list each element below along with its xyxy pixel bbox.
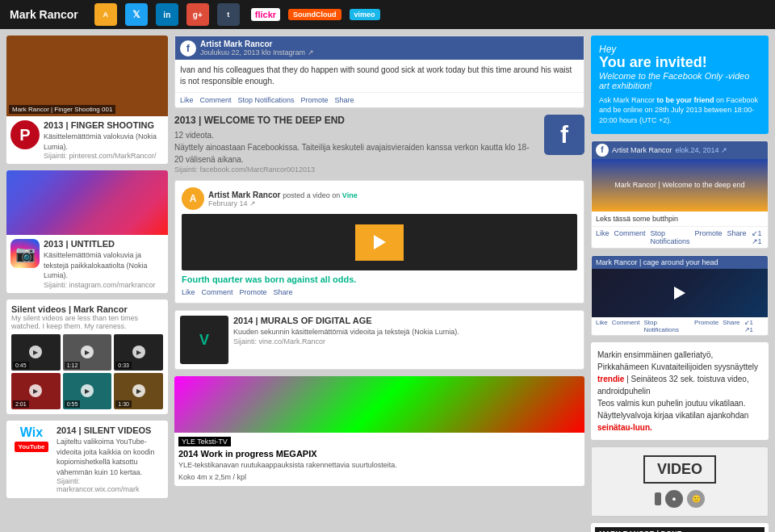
cage-promote[interactable]: Promote	[694, 319, 718, 333]
fb-like-2[interactable]: Like	[596, 229, 610, 245]
video-time-5: 0:55	[65, 400, 81, 408]
wix-card: Wix YouTube 2014 | SILENT VIDEOS Lajitel…	[6, 421, 168, 498]
video-thumb-1[interactable]: ▶ 0:45	[11, 334, 61, 371]
header: Mark Rancor A 𝕏 in g+ t flickr SoundClou…	[0, 0, 775, 29]
video-thumb-6[interactable]: ▶ 1:30	[114, 373, 163, 409]
fb-action-stop[interactable]: Stop Notifications	[238, 96, 295, 104]
vimeo-icon[interactable]: vimeo	[350, 9, 380, 20]
fb-comment-2[interactable]: Comment	[614, 229, 646, 245]
vine-like[interactable]: Like	[182, 288, 195, 296]
fb-stop-2[interactable]: Stop Notifications	[651, 229, 690, 245]
finger-shooting-card: Mark Rancor | Finger Shooting 001 P 2013…	[6, 36, 168, 164]
artist-fb-thumb: Mark Rancor | Welcome to the deep end	[592, 159, 768, 212]
instagram-icon: 📷	[10, 239, 40, 268]
silent-videos-subtitle: My silent videos are less than ten times…	[11, 314, 163, 330]
video-thumb-2[interactable]: ▶ 1:12	[63, 334, 112, 371]
welcome-views: 12 videota.	[174, 129, 538, 141]
fb-post-body: Ivan and his colleagues that they do hap…	[175, 60, 584, 92]
wix-logo: Wix YouTube	[11, 425, 52, 452]
cage-like[interactable]: Like	[596, 319, 608, 333]
instagram-title: 2013 | UNTITLED	[44, 239, 164, 249]
welcome-info: 2013 | WELCOME TO THE DEEP END 12 videot…	[174, 115, 538, 174]
instagram-thumb	[6, 170, 168, 235]
youtube-icon: YouTube	[15, 442, 48, 452]
instagram-card: 📷 2013 | UNTITLED Käsittelemättömiä valo…	[6, 170, 168, 293]
video-thumb-5[interactable]: ▶ 0:55	[63, 373, 112, 409]
cage-stop[interactable]: Stop Notifications	[643, 319, 690, 333]
cage-comment[interactable]: Comment	[612, 319, 640, 333]
vine-action: posted a video on	[283, 191, 342, 199]
artist-fb-name: Artist Mark Rancor	[612, 146, 672, 154]
fb-action-share[interactable]: Share	[335, 96, 354, 104]
invite-subtitle: Welcome to the Facebook Only -video art …	[599, 71, 760, 90]
gallery-highlight1: trendie	[597, 375, 624, 383]
video-time-1: 0:45	[13, 362, 29, 369]
wix-title: 2014 | SILENT VIDEOS	[57, 425, 163, 435]
gplus-icon[interactable]: g+	[186, 3, 209, 26]
yle-thumb	[174, 376, 584, 433]
vine-comment[interactable]: Comment	[202, 288, 233, 296]
pinterest-icon: P	[10, 120, 40, 149]
wix-info: 2014 | SILENT VIDEOS Lajiteltu valikoima…	[57, 425, 163, 493]
play-button-4[interactable]: ▶	[29, 384, 42, 397]
fb-post-actions: Like Comment Stop Notifications Promote …	[175, 92, 584, 107]
video-thumb-3[interactable]: ▶ 0:33	[114, 334, 163, 371]
fb-share-2[interactable]: Share	[727, 229, 747, 245]
icon-brand[interactable]: A	[94, 3, 117, 26]
video-time-2: 1:12	[65, 362, 81, 369]
instagram-link: Sijainti: instagram.com/markrancor	[44, 281, 164, 289]
play-button-2[interactable]: ▶	[81, 346, 94, 358]
soundcloud-icon[interactable]: SoundCloud	[288, 9, 341, 20]
fb-post-meta: Joulukuu 22, 2013 klo Instagram ↗	[200, 48, 314, 57]
artist-fb-actions: Like Comment Stop Notifications Promote …	[592, 226, 768, 248]
video-time-4: 2:01	[13, 400, 29, 408]
cage-post-header: Mark Rancor | cage around your head	[592, 256, 768, 269]
linkedin-icon[interactable]: in	[156, 3, 178, 26]
play-button-6[interactable]: ▶	[132, 384, 145, 397]
finger-shooting-info: P 2013 | FINGER SHOOTING Käsittelemättöm…	[6, 116, 168, 164]
cage-play-icon[interactable]	[674, 287, 685, 300]
flickr-icon[interactable]: flickr	[251, 8, 280, 21]
play-button-5[interactable]: ▶	[81, 384, 94, 397]
gallery-highlight2: seinätau-luun.	[597, 423, 652, 432]
video-time-6: 1:30	[115, 400, 132, 408]
ctrl-circle-2: 🙂	[687, 490, 705, 508]
gallery-text1: Markin ensimmäinen galleriatyö, Pirkkahä…	[597, 350, 758, 371]
yle-title: 2014 Work in progress MEGAPIX	[178, 449, 580, 459]
fb-action-comment[interactable]: Comment	[200, 96, 232, 104]
finger-shooting-label: Mark Rancor | Finger Shooting 001	[9, 105, 115, 114]
fb-small-icon: f	[596, 144, 609, 157]
fb-promote-2[interactable]: Promote	[695, 229, 723, 245]
top-fb-post: f Artist Mark Rancor Joulukuu 22, 2013 k…	[174, 36, 584, 108]
tumblr-icon[interactable]: t	[217, 3, 240, 26]
vine-platform: Vine	[342, 191, 358, 199]
vine-murals-link: Sijainti: vine.co/Mark.Rancor	[233, 337, 459, 346]
play-button-1[interactable]: ▶	[29, 346, 42, 358]
finger-shooting-thumb: Mark Rancor | Finger Shooting 001	[6, 36, 168, 116]
wix-link: Sijainti: markrancor.wix.com/mark	[57, 477, 163, 493]
invite-body-1: Ask Mark Rancor	[599, 96, 657, 104]
fb-action-like[interactable]: Like	[180, 96, 194, 104]
cage-share[interactable]: Share	[723, 319, 739, 333]
welcome-row: 2013 | WELCOME TO THE DEEP END 12 videot…	[174, 115, 584, 174]
fb-action-promote[interactable]: Promote	[301, 96, 329, 104]
vine-murals-info: 2014 | MURALS OF DIGITAL AGE Kuuden seku…	[233, 316, 459, 346]
welcome-desc: Näyttely ainoastaan Facebookissa. Taitei…	[174, 141, 538, 165]
vine-share[interactable]: Share	[274, 288, 293, 296]
video-thumb-4[interactable]: ▶ 2:01	[11, 373, 61, 409]
vine-promote[interactable]: Promote	[240, 288, 267, 296]
invite-strong: to be your friend	[657, 96, 714, 104]
vine-quote: Fourth quarter was born against all odds…	[182, 274, 577, 284]
twitter-icon[interactable]: 𝕏	[125, 3, 148, 26]
fb-action-group: Like Comment Stop Notifications Promote …	[596, 229, 747, 245]
play-button-3[interactable]: ▶	[132, 346, 145, 358]
finger-shooting-link: Sijainti: pinterest.com/MarkRancor/	[44, 152, 164, 160]
vine-murals-card: V 2014 | MURALS OF DIGITAL AGE Kuuden se…	[174, 310, 584, 370]
video-controls: ● 🙂	[655, 490, 705, 508]
vine-video-thumb	[355, 224, 404, 261]
cage-post-thumb	[592, 269, 768, 317]
vine-post-header: A Artist Mark Rancor posted a video on V…	[182, 187, 577, 210]
artist-fb-date: elok.24, 2014 ↗	[676, 146, 728, 154]
vine-play-icon[interactable]	[374, 235, 386, 249]
yle-logo: YLE Teksti-TV	[178, 437, 231, 446]
